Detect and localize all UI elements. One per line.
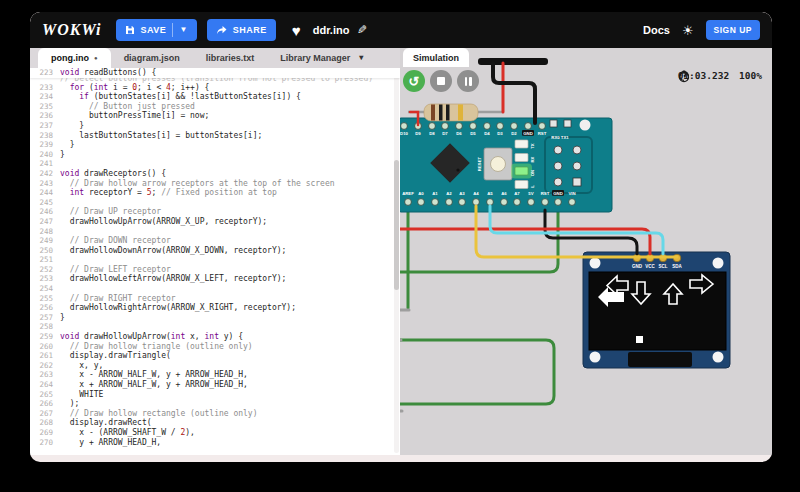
code-line-243: 243 // Draw hollow arrow receptors at th…	[30, 179, 400, 189]
pin-a2[interactable]	[446, 199, 453, 206]
pin-label-d10: D10	[400, 131, 408, 136]
pin-a1[interactable]	[432, 199, 439, 206]
docs-link[interactable]: Docs	[643, 24, 670, 36]
tab-diagram-json[interactable]: diagram.json	[111, 48, 193, 68]
pin-a3[interactable]	[459, 199, 466, 206]
share-button[interactable]: SHARE	[207, 19, 276, 41]
code-line-267: 267 // Draw hollow rectangle (outline on…	[30, 409, 400, 419]
arduino-nano-board[interactable]: D10D9D8D7D6D5D4D3D2GNDRSTAREFA0A1A2A3A4A…	[400, 118, 612, 212]
pin-d8[interactable]	[429, 123, 436, 130]
pin-label-gnd: GND	[523, 131, 533, 136]
pin-rst[interactable]	[539, 123, 546, 130]
sign-up-button[interactable]: SIGN UP	[706, 20, 760, 40]
pin-label-d4: D4	[484, 131, 490, 136]
band-brown	[431, 105, 435, 121]
ball-pixel	[636, 336, 643, 343]
pin-d5[interactable]	[470, 123, 477, 130]
code-editor-panel[interactable]: pong.ino●diagram.jsonlibraries.txtLibrar…	[30, 48, 400, 455]
pin-a5[interactable]	[487, 199, 494, 206]
wire-green-gnd1	[400, 205, 558, 272]
code-line-259: 259void drawHollowUpArrow(int x, int y) …	[30, 332, 400, 342]
code-line-237: 237 }	[30, 121, 400, 131]
tab-library-manager[interactable]: Library Manager▾	[267, 48, 376, 68]
pin-rst[interactable]	[542, 199, 549, 206]
pin-label-d9: D9	[415, 131, 421, 136]
pin-label-a6: A6	[501, 191, 507, 196]
mounting-hole	[590, 352, 601, 363]
reset-label: RESET	[477, 156, 482, 171]
pin-d4[interactable]	[484, 123, 491, 130]
code-line-245: 245	[30, 198, 400, 208]
save-button[interactable]: SAVE ▼	[116, 19, 197, 41]
code-line-240: 240}	[30, 150, 400, 160]
pin-a7[interactable]	[514, 199, 521, 206]
pin-gnd[interactable]	[525, 123, 532, 130]
pin-label-a1: A1	[432, 191, 438, 196]
pin-label-d8: D8	[429, 131, 435, 136]
stop-icon	[437, 77, 445, 85]
tab-simulation[interactable]: Simulation	[403, 48, 469, 67]
reset-button[interactable]	[484, 148, 512, 180]
code-line-250: 250 drawHollowDownArrow(ARROW_X_DOWN, re…	[30, 246, 400, 256]
pin-a6[interactable]	[501, 199, 508, 206]
pause-button[interactable]	[457, 70, 479, 92]
speed-gauge-icon	[678, 70, 690, 82]
wokwi-logo[interactable]: WOKWi	[42, 21, 102, 39]
pin-gnd[interactable]	[555, 199, 562, 206]
pin-a4[interactable]	[473, 199, 480, 206]
chevron-down-icon[interactable]: ▾	[359, 54, 363, 62]
code-line-264: 264 x + ARROW_HALF_W, y + ARROW_HEAD_H,	[30, 380, 400, 390]
code-line-254: 254	[30, 284, 400, 294]
code-line-263: 263 x - ARROW_HALF_W, y + ARROW_HEAD_H,	[30, 370, 400, 380]
pin-vin[interactable]	[569, 199, 576, 206]
pin-label-a2: A2	[446, 191, 452, 196]
simulation-controls: ↺	[403, 70, 479, 92]
stop-button[interactable]	[430, 70, 452, 92]
editor-scrollbar[interactable]	[394, 70, 399, 453]
circuit-diagram[interactable]: D10D9D8D7D6D5D4D3D2GNDRSTAREFA0A1A2A3A4A…	[400, 48, 772, 455]
tab-pong-ino[interactable]: pong.ino●	[38, 48, 111, 68]
theme-sun-icon[interactable]: ☀	[682, 23, 694, 38]
code-line-242: 242void drawReceptors() {	[30, 169, 400, 179]
scrollbar-thumb[interactable]	[394, 160, 399, 290]
pin-label-a7: A7	[514, 191, 520, 196]
code-line-266: 266 );	[30, 399, 400, 409]
project-name[interactable]: ddr.ino	[313, 24, 350, 36]
band-black	[446, 105, 450, 121]
oled-display[interactable]: GNDVCCSCLSDA	[583, 252, 730, 368]
pin-d3[interactable]	[497, 123, 504, 130]
pin-d7[interactable]	[442, 123, 449, 130]
pin-d2[interactable]	[511, 123, 518, 130]
floppy-icon	[125, 25, 135, 35]
code-line-270: 270 y + ARROW_HEAD_H,	[30, 438, 400, 448]
band-gold	[458, 105, 463, 121]
pin-aref[interactable]	[405, 199, 412, 206]
pin-label-d5: D5	[470, 131, 476, 136]
chevron-down-icon[interactable]: ▼	[179, 26, 187, 34]
tab-libraries-txt[interactable]: libraries.txt	[193, 48, 268, 68]
pin-label-rst: RST	[541, 191, 550, 196]
code-line-258: 258	[30, 322, 400, 332]
led-tx	[515, 140, 528, 148]
serial-pins-label: RX0 TX1	[551, 135, 569, 140]
oled-pin-label-gnd: GND	[632, 264, 643, 269]
pin-5v[interactable]	[528, 199, 535, 206]
led-on	[515, 167, 528, 175]
pin-label-a3: A3	[459, 191, 465, 196]
divider	[172, 23, 173, 37]
restart-button[interactable]: ↺	[403, 70, 425, 92]
code-line-251: 251	[30, 255, 400, 265]
pin-label-a0: A0	[418, 191, 424, 196]
code-line-249: 249 // Draw DOWN receptor	[30, 236, 400, 246]
code-area[interactable]: 223void readButtons() { // Detect button…	[30, 68, 400, 455]
code-line-269: 269 x - (ARROW_SHAFT_W / 2),	[30, 428, 400, 438]
pin-a0[interactable]	[418, 199, 425, 206]
tx1-pad	[564, 120, 571, 127]
favorite-heart-icon[interactable]: ♥	[292, 22, 301, 39]
pin-d10[interactable]	[401, 123, 408, 130]
code-line-253: 253 drawHollowLeftArrow(ARROW_X_LEFT, re…	[30, 274, 400, 284]
pin-d6[interactable]	[456, 123, 463, 130]
share-label: SHARE	[233, 25, 267, 35]
code-line-252: 252 // Draw LEFT receptor	[30, 265, 400, 275]
rename-pencil-icon[interactable]: ✎	[357, 23, 367, 37]
